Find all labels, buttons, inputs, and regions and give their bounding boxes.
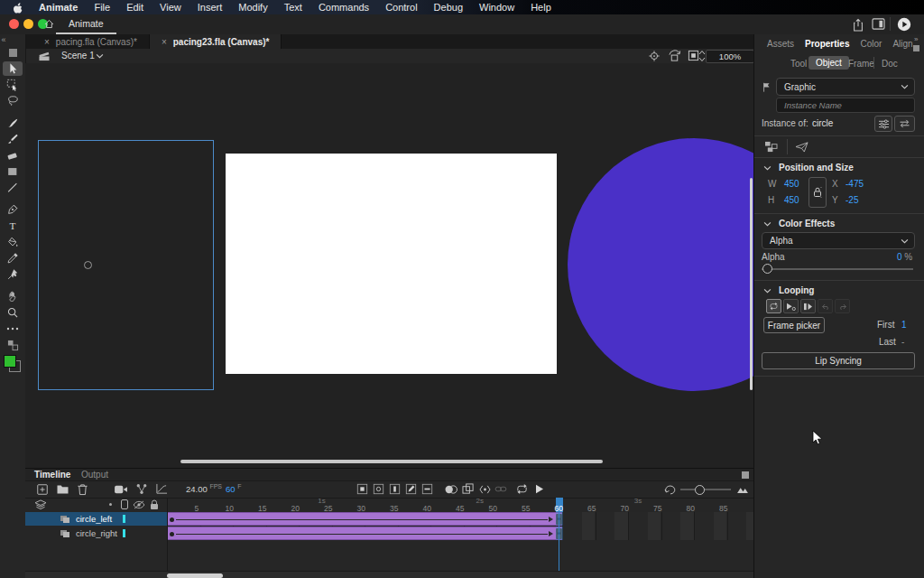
- text-tool-icon[interactable]: T: [3, 219, 23, 233]
- first-frame-value[interactable]: 1: [901, 320, 907, 330]
- edit-scene-icon[interactable]: [38, 51, 51, 61]
- alpha-slider-track[interactable]: [762, 268, 913, 270]
- quick-share-play-icon[interactable]: [897, 17, 911, 32]
- menu-item-help[interactable]: Help: [522, 2, 559, 13]
- tween-span-circle_left[interactable]: [167, 512, 562, 526]
- layer-name[interactable]: circle_left: [76, 514, 112, 524]
- panel-tab-properties[interactable]: Properties: [805, 39, 849, 49]
- menu-item-control[interactable]: Control: [377, 2, 425, 13]
- play-once-mode-icon[interactable]: [783, 299, 799, 313]
- line-tool-icon[interactable]: [3, 181, 23, 195]
- canvas-horizontal-scrollbar[interactable]: [180, 460, 603, 463]
- menu-item-file[interactable]: File: [86, 2, 118, 13]
- home-icon[interactable]: [43, 18, 55, 30]
- delete-layer-icon[interactable]: [77, 483, 88, 496]
- apple-menu-icon[interactable]: [13, 2, 23, 14]
- instance-name-input[interactable]: [776, 98, 915, 113]
- onion-skin-icon[interactable]: [444, 484, 458, 495]
- lip-syncing-button[interactable]: Lip Syncing: [762, 352, 915, 369]
- graph-editor-icon[interactable]: [155, 483, 168, 495]
- insert-keyframe-icon[interactable]: [356, 483, 368, 495]
- current-frame-value[interactable]: 60 F: [226, 483, 242, 494]
- workspace-tab-animate[interactable]: Animate: [56, 14, 116, 34]
- position-panel-icon[interactable]: [764, 141, 778, 153]
- keyframe-start-dot[interactable]: [170, 517, 174, 522]
- keyframe-start-dot[interactable]: [170, 532, 174, 536]
- collapse-tools-icon[interactable]: «: [0, 34, 27, 44]
- menu-item-view[interactable]: View: [152, 2, 189, 13]
- fill-color-box[interactable]: [4, 355, 16, 368]
- width-value[interactable]: 450: [784, 179, 799, 189]
- tab-output[interactable]: Output: [81, 470, 108, 480]
- rectangle-tool-icon[interactable]: [3, 164, 23, 179]
- subselection-tool-icon[interactable]: [3, 78, 23, 92]
- auto-keyframe-icon[interactable]: [405, 483, 417, 495]
- position-size-header[interactable]: Position and Size: [763, 163, 854, 172]
- timeline-zoom-slider-knob[interactable]: [695, 485, 705, 495]
- default-colors-icon[interactable]: [3, 338, 23, 352]
- alpha-slider-knob[interactable]: [762, 264, 772, 274]
- menu-item-insert[interactable]: Insert: [189, 2, 231, 13]
- share-icon[interactable]: [852, 18, 864, 32]
- tab-doc[interactable]: Doc: [882, 59, 898, 69]
- swap-symbol-button[interactable]: [894, 116, 915, 132]
- last-frame-value[interactable]: -: [901, 337, 904, 347]
- camera-icon[interactable]: [114, 484, 128, 495]
- document-tab-1[interactable]: ×pacing23.fla (Canvas)*: [150, 34, 282, 49]
- timeline-scrollbar-thumb[interactable]: [167, 573, 223, 578]
- x-value[interactable]: -475: [845, 179, 864, 189]
- edit-filters-button[interactable]: [874, 116, 892, 132]
- panel-tab-align[interactable]: Align: [892, 39, 912, 49]
- canvas-vertical-scrollbar[interactable]: [750, 178, 753, 390]
- close-window-button[interactable]: [9, 19, 19, 29]
- close-tab-icon[interactable]: ×: [162, 37, 167, 47]
- tween-span-circle_right[interactable]: [167, 527, 562, 540]
- more-tool-icon[interactable]: [3, 322, 23, 336]
- onion-skin-range-icon[interactable]: [478, 484, 492, 495]
- menu-item-debug[interactable]: Debug: [426, 2, 471, 13]
- rotate-stage-icon[interactable]: [668, 50, 681, 62]
- tab-object[interactable]: Object: [808, 56, 849, 70]
- layer-row-circle_left[interactable]: circle_left: [25, 512, 167, 526]
- eraser-tool-icon[interactable]: [3, 148, 23, 163]
- workspace-layout-icon[interactable]: [872, 18, 885, 30]
- paint-bucket-tool-icon[interactable]: [3, 235, 23, 249]
- transform-point[interactable]: [84, 261, 92, 269]
- panel-tab-color[interactable]: Color: [860, 39, 882, 49]
- layer-highlight-swatch[interactable]: [123, 515, 125, 523]
- stage-pasteboard[interactable]: [25, 63, 753, 468]
- layer-name[interactable]: circle_right: [76, 528, 117, 538]
- menu-item-modify[interactable]: Modify: [230, 2, 275, 13]
- remove-frames-icon[interactable]: [421, 483, 433, 495]
- tab-timeline[interactable]: Timeline: [34, 470, 70, 480]
- looping-header[interactable]: Looping: [763, 285, 814, 295]
- scene-name[interactable]: Scene 1: [61, 51, 95, 61]
- fps-value[interactable]: 24.00 FPS: [186, 483, 222, 494]
- tab-tool[interactable]: Tool: [790, 59, 807, 69]
- pen-tool-icon[interactable]: [3, 202, 23, 217]
- timeline-scrollbar-track[interactable]: [25, 571, 753, 578]
- timeline-panel-menu-icon[interactable]: [742, 471, 749, 479]
- export-options-icon[interactable]: [795, 141, 808, 153]
- center-stage-icon[interactable]: [648, 50, 661, 62]
- menu-item-text[interactable]: Text: [276, 2, 310, 13]
- fill-color-swatch[interactable]: [4, 355, 22, 373]
- menu-item-edit[interactable]: Edit: [118, 2, 152, 13]
- y-value[interactable]: -25: [845, 195, 858, 205]
- edit-multiple-frames-icon[interactable]: [462, 483, 475, 495]
- symbol-type-dropdown[interactable]: Graphic: [776, 78, 915, 96]
- tab-frame[interactable]: Frame: [848, 59, 874, 69]
- toolbar-drag-icon[interactable]: [3, 45, 23, 60]
- panel-group-icon[interactable]: [913, 45, 919, 51]
- timeline-zoom-fit-icon[interactable]: [736, 485, 749, 494]
- new-layer-icon[interactable]: [36, 483, 49, 496]
- close-tab-icon[interactable]: ×: [44, 37, 50, 47]
- selection-bounding-box[interactable]: [38, 140, 214, 390]
- lock-aspect-button[interactable]: [808, 177, 827, 208]
- circle-symbol-instance[interactable]: [568, 138, 753, 391]
- document-tab-0[interactable]: ×pacing.fla (Canvas)*: [32, 34, 150, 49]
- new-folder-icon[interactable]: [56, 484, 69, 495]
- asset-warp-tool-icon[interactable]: [3, 267, 23, 282]
- loop-mode-icon[interactable]: [766, 299, 781, 313]
- frame-ruler[interactable]: 1s2s3s510152025303540455055606570758085: [25, 498, 753, 512]
